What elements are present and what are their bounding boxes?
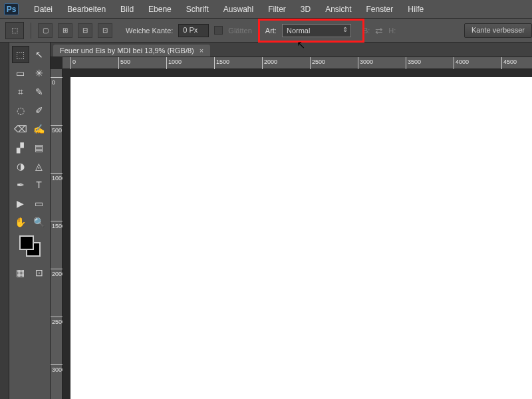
document-tab[interactable]: Feuer und Eis by MDI bei 13,9% (RGB/8) × (53, 45, 210, 57)
ruler-tick: 4000 (454, 57, 454, 69)
healing-tool[interactable]: ◌ (12, 102, 29, 119)
ruler-tick: 2500 (310, 57, 311, 69)
eraser-tool[interactable]: ▞ (12, 139, 29, 156)
selection-subtract-icon[interactable]: ⊟ (78, 23, 92, 38)
eyedropper-tool[interactable]: ✎ (31, 83, 48, 100)
menu-ansicht[interactable]: Ansicht (319, 3, 357, 15)
menu-auswahl[interactable]: Auswahl (217, 3, 259, 15)
tab-title: Feuer und Eis by MDI bei 13,9% (RGB/8) (60, 47, 194, 55)
antialias-label: Glätten (228, 27, 251, 35)
separator (31, 23, 31, 39)
ruler-vertical[interactable]: 050010001500200025003000 (51, 69, 63, 399)
ruler-tick: 2000 (262, 57, 263, 69)
shape-tool[interactable]: ▭ (31, 195, 48, 212)
feather-input[interactable]: 0 Px (178, 24, 209, 37)
height-label: H: (388, 27, 396, 35)
ruler-tick: 0 (51, 77, 63, 78)
ruler-tick: 1000 (51, 173, 63, 174)
marquee-icon: ⬚ (11, 26, 18, 35)
type-tool[interactable]: T (31, 176, 48, 194)
ruler-tick: 2000 (51, 269, 63, 269)
foreground-color[interactable] (19, 235, 34, 250)
hand-tool[interactable]: ✋ (12, 213, 29, 231)
document-area: Feuer und Eis by MDI bei 13,9% (RGB/8) ×… (51, 43, 532, 399)
canvas[interactable] (70, 77, 532, 399)
selection-intersect-icon[interactable]: ⊡ (98, 23, 112, 38)
workspace: ⬚↖ ▭✳ ⌗✎ ◌✐ ⌫✍ ▞▤ ◑◬ ✒T ▶▭ ✋🔍 ▦ ⊡ Feuer … (0, 43, 532, 399)
zoom-tool[interactable]: 🔍 (31, 213, 48, 231)
ruler-tick: 1500 (51, 221, 63, 221)
gradient-tool[interactable]: ▤ (31, 139, 48, 156)
screenmode-tool[interactable]: ⊡ (31, 264, 48, 281)
ruler-tick: 0 (70, 57, 71, 69)
ruler-tick: 3500 (406, 57, 406, 69)
options-bar: ⬚ ▢ ⊞ ⊟ ⊡ Weiche Kante: 0 Px Glätten Art… (0, 19, 532, 43)
crop-tool[interactable]: ⌗ (12, 83, 29, 100)
ruler-tick: 2500 (51, 317, 63, 317)
magic-wand-tool[interactable]: ✳ (31, 65, 48, 82)
left-gutter (0, 43, 9, 399)
toolbox: ⬚↖ ▭✳ ⌗✎ ◌✐ ⌫✍ ▞▤ ◑◬ ✒T ▶▭ ✋🔍 ▦ ⊡ (9, 43, 51, 399)
ruler-tick: 4500 (501, 57, 502, 69)
menu-hilfe[interactable]: Hilfe (402, 3, 430, 15)
tab-strip: Feuer und Eis by MDI bei 13,9% (RGB/8) × (51, 43, 532, 57)
menu-bar: Ps Datei Bearbeiten Bild Ebene Schrift A… (0, 0, 532, 19)
canvas-background (63, 69, 532, 399)
active-tool-indicator[interactable]: ⬚ (5, 22, 24, 39)
feather-label: Weiche Kante: (126, 27, 173, 35)
width-label: B: (363, 27, 370, 35)
pen-tool[interactable]: ✒ (12, 176, 29, 194)
ruler-tick: 1000 (166, 57, 167, 69)
history-brush-tool[interactable]: ✍ (31, 120, 48, 138)
ruler-horizontal[interactable]: 050010001500200025003000350040004500 (63, 57, 532, 69)
menu-3d[interactable]: 3D (295, 3, 317, 15)
quickmask-tool[interactable]: ▦ (12, 264, 29, 281)
blur-tool[interactable]: ◑ (12, 158, 29, 175)
swap-dimensions-icon[interactable]: ⇄ (375, 25, 383, 36)
marquee-tool[interactable]: ⬚ (12, 46, 29, 63)
menu-bearbeiten[interactable]: Bearbeiten (61, 3, 112, 15)
style-label: Art: (265, 27, 277, 35)
menu-schrift[interactable]: Schrift (180, 3, 215, 15)
menu-fenster[interactable]: Fenster (360, 3, 400, 15)
menu-filter[interactable]: Filter (262, 3, 292, 15)
ruler-tick: 500 (118, 57, 119, 69)
refine-edge-button[interactable]: Kante verbesser (464, 23, 532, 38)
ruler-tick: 3000 (358, 57, 358, 69)
lasso-tool[interactable]: ▭ (12, 65, 29, 82)
tab-close-icon[interactable]: × (200, 47, 203, 55)
app-logo: Ps (4, 3, 19, 15)
menu-ebene[interactable]: Ebene (142, 3, 178, 15)
path-select-tool[interactable]: ▶ (12, 195, 29, 212)
color-swatch[interactable] (19, 235, 41, 257)
brush-tool[interactable]: ✐ (31, 102, 48, 119)
move-tool[interactable]: ↖ (31, 46, 48, 63)
selection-new-icon[interactable]: ▢ (38, 23, 53, 38)
menu-bild[interactable]: Bild (114, 3, 140, 15)
dodge-tool[interactable]: ◬ (31, 158, 48, 175)
ruler-tick: 1500 (214, 57, 215, 69)
ruler-tick: 3000 (51, 364, 63, 365)
stamp-tool[interactable]: ⌫ (12, 120, 29, 138)
antialias-checkbox[interactable] (214, 26, 223, 35)
menu-datei[interactable]: Datei (28, 3, 59, 15)
style-select[interactable]: Normal (282, 24, 351, 37)
selection-add-icon[interactable]: ⊞ (58, 23, 72, 38)
ruler-tick: 500 (51, 125, 63, 126)
